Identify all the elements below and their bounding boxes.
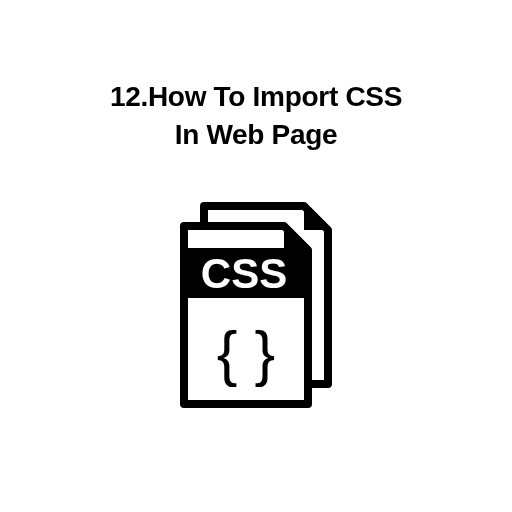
css-label: CSS (201, 250, 287, 297)
title-line-1: 12.How To Import CSS (110, 81, 402, 112)
title-line-2: In Web Page (175, 119, 338, 150)
css-braces: { } (217, 318, 276, 387)
page-title: 12.How To Import CSS In Web Page (110, 78, 402, 154)
css-file-icon: CSS { } (156, 194, 356, 414)
